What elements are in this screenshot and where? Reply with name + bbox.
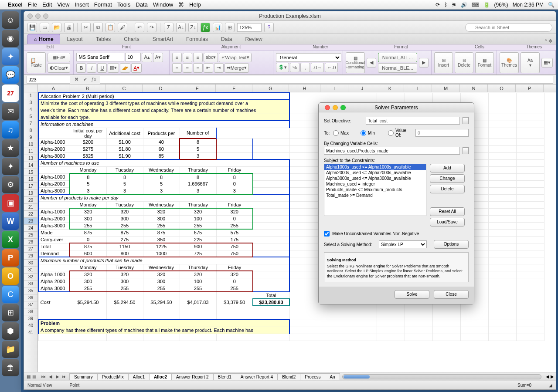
row-header[interactable]: 30 bbox=[24, 260, 37, 267]
align-top-button[interactable]: ≡ bbox=[172, 53, 182, 62]
fx-icon[interactable]: ƒx bbox=[90, 77, 97, 82]
options-button[interactable]: Options bbox=[434, 240, 469, 249]
fill-button[interactable]: ▦ Fill ▾ bbox=[48, 53, 70, 62]
constraint-item[interactable]: Products_made <= Maximum_products bbox=[324, 187, 426, 193]
tab-prev-icon[interactable]: ◀ bbox=[48, 374, 54, 379]
menu-insert[interactable]: Insert bbox=[75, 1, 89, 8]
row-header[interactable]: 39 bbox=[24, 315, 37, 322]
row-header[interactable]: 11 bbox=[24, 148, 37, 155]
theme-colors-button[interactable]: ▦▾ bbox=[541, 58, 553, 68]
conditional-formatting-button[interactable]: ▦Conditional Formatting bbox=[346, 52, 365, 73]
dock-powerpoint-icon[interactable]: P bbox=[2, 249, 19, 267]
reset-all-button[interactable]: Reset All bbox=[430, 207, 465, 216]
ref-picker-icon[interactable] bbox=[463, 117, 469, 124]
dock-dashboard-icon[interactable]: ◉ bbox=[2, 30, 19, 47]
minimize-icon[interactable] bbox=[333, 105, 338, 110]
redo-button[interactable]: ↷ bbox=[147, 23, 157, 32]
dock-itunes-icon[interactable]: ♫ bbox=[2, 121, 19, 139]
row-header[interactable]: 19 bbox=[24, 190, 37, 197]
sheet-tab[interactable]: An bbox=[325, 373, 340, 380]
theme-fonts-button[interactable]: Aa▾ bbox=[521, 52, 540, 73]
dock-finder-icon[interactable]: ☺ bbox=[2, 11, 19, 29]
insert-cells-button[interactable]: ⊞Insert bbox=[434, 52, 453, 73]
dock-app-icon[interactable]: ⚙ bbox=[2, 176, 19, 193]
dock-outlook-icon[interactable]: O bbox=[2, 267, 19, 285]
ribbon-tab-smartart[interactable]: SmartArt bbox=[146, 34, 179, 44]
border-button[interactable]: ▦▾ bbox=[108, 63, 119, 73]
dock-app-icon[interactable]: ★ bbox=[2, 139, 19, 157]
tab-first-icon[interactable]: ⏮ bbox=[41, 374, 47, 379]
ref-picker-icon[interactable] bbox=[463, 147, 469, 154]
col-header[interactable]: N bbox=[460, 84, 488, 92]
view-normal-icon[interactable]: ▦ bbox=[27, 374, 31, 379]
delete-constraint-button[interactable]: Delete bbox=[430, 185, 465, 193]
font-color-button[interactable]: A▾ bbox=[131, 63, 141, 73]
sort-asc-button[interactable]: A↓ bbox=[176, 23, 186, 32]
constraints-list[interactable]: Alpha1000s_used <= Alpha1000s_availableA… bbox=[324, 164, 426, 216]
select-all-corner[interactable] bbox=[24, 84, 38, 92]
col-header[interactable]: K bbox=[376, 84, 404, 92]
font-name-combo[interactable] bbox=[76, 53, 124, 61]
bold-button[interactable]: B bbox=[76, 63, 86, 73]
input-icon[interactable]: ⌨ bbox=[472, 2, 479, 8]
ribbon-tab-review[interactable]: Review bbox=[239, 34, 268, 44]
row-header[interactable]: 14 bbox=[24, 162, 37, 169]
set-objective-input[interactable] bbox=[366, 117, 460, 125]
method-select[interactable]: Simplex LP bbox=[379, 240, 427, 248]
row-header[interactable]: 33 bbox=[24, 280, 37, 287]
italic-button[interactable]: I bbox=[87, 63, 96, 73]
style-next-button[interactable]: ▶ bbox=[419, 58, 429, 68]
number-format-combo[interactable]: General bbox=[276, 53, 341, 62]
row-header[interactable]: 24 bbox=[24, 225, 37, 232]
col-header[interactable]: L bbox=[404, 84, 432, 92]
col-header[interactable]: E bbox=[179, 84, 216, 92]
grid[interactable]: Allocation Problem 2 (Multi-period)Minim… bbox=[38, 92, 556, 372]
row-header[interactable]: 10 bbox=[24, 141, 37, 148]
row-header[interactable]: 31 bbox=[24, 267, 37, 274]
fx-button[interactable]: ƒx bbox=[201, 23, 210, 32]
row-header[interactable]: 29 bbox=[24, 253, 37, 260]
col-header[interactable]: P bbox=[516, 84, 544, 92]
cell-style-button[interactable]: Normal_BLE... bbox=[378, 63, 417, 73]
dock-excel-icon[interactable]: X bbox=[2, 231, 19, 248]
spotlight-icon[interactable]: 🔍 bbox=[548, 2, 555, 8]
menu-data[interactable]: Data bbox=[136, 1, 147, 8]
add-constraint-button[interactable]: Add bbox=[430, 164, 465, 172]
view-layout-icon[interactable]: ▤ bbox=[32, 374, 36, 379]
load-save-button[interactable]: Load/Save bbox=[430, 218, 465, 226]
menu-format[interactable]: Format bbox=[94, 1, 112, 8]
sheet-tab[interactable]: Alloc2 bbox=[149, 373, 172, 380]
nonneg-checkbox[interactable] bbox=[324, 231, 330, 237]
copy-button[interactable]: ⧉ bbox=[93, 23, 103, 32]
row-header[interactable]: 26 bbox=[24, 239, 37, 246]
col-header[interactable]: O bbox=[488, 84, 516, 92]
row-header[interactable]: 38 bbox=[24, 308, 37, 315]
sheet-tab[interactable]: Summary bbox=[69, 373, 98, 380]
row-header[interactable]: 17 bbox=[24, 183, 37, 190]
fill-color-button[interactable]: ◢▾ bbox=[120, 63, 130, 73]
align-mid-button[interactable]: ≡ bbox=[183, 53, 192, 62]
enter-formula-icon[interactable]: ✔ bbox=[82, 77, 88, 82]
by-cells-input[interactable] bbox=[324, 147, 460, 155]
row-header[interactable]: 13 bbox=[24, 155, 37, 162]
row-header[interactable]: 16 bbox=[24, 176, 37, 183]
sheet-tab[interactable]: ProductMix bbox=[97, 373, 129, 380]
open-button[interactable]: 📂 bbox=[52, 23, 61, 32]
row-header[interactable]: 20 bbox=[24, 197, 37, 204]
dock-app-icon[interactable]: C bbox=[2, 286, 19, 303]
dock-word-icon[interactable]: W bbox=[2, 213, 19, 230]
col-header[interactable]: A bbox=[38, 84, 69, 92]
dialog-titlebar[interactable]: Solver Parameters bbox=[319, 103, 474, 112]
style-prev-button[interactable]: ◀ bbox=[367, 58, 376, 68]
menu-edit[interactable]: Edit bbox=[42, 1, 52, 8]
menu-tools[interactable]: Tools bbox=[117, 1, 130, 8]
row-header[interactable]: 37 bbox=[24, 301, 37, 308]
col-header[interactable]: D bbox=[143, 84, 179, 92]
col-header[interactable]: G bbox=[252, 84, 289, 92]
sheet-tab[interactable]: Blend1 bbox=[213, 373, 236, 380]
chart-button[interactable]: 📊 bbox=[213, 23, 222, 32]
tab-last-icon[interactable]: ⏭ bbox=[61, 374, 68, 379]
clear-button[interactable]: ◐ Clear ▾ bbox=[48, 63, 70, 73]
radio-valueof[interactable]: Value Of: bbox=[388, 128, 408, 138]
shrink-font-button[interactable]: A▾ bbox=[153, 53, 163, 62]
